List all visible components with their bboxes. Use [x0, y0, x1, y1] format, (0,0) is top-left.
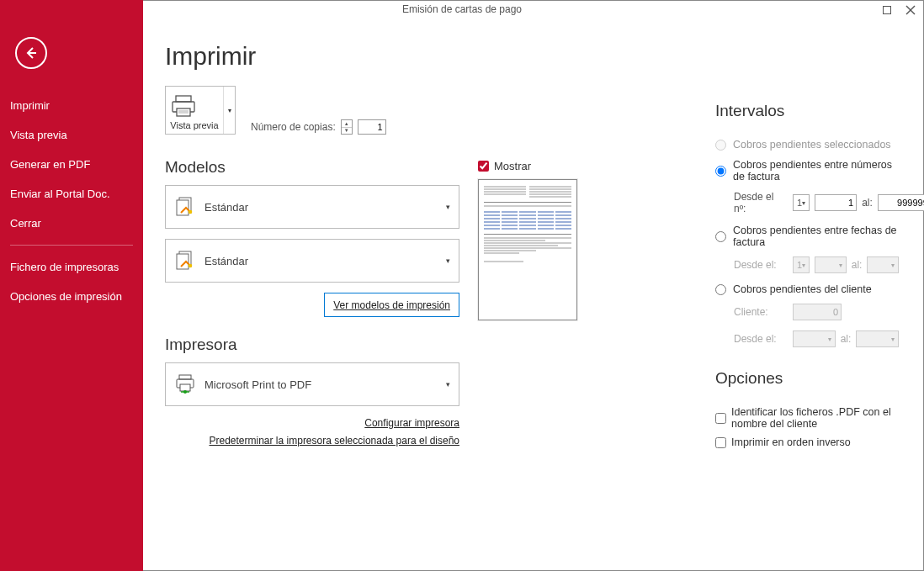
chevron-down-icon: ▾: [228, 107, 231, 114]
back-button[interactable]: [15, 37, 47, 69]
copies-input[interactable]: [358, 119, 386, 135]
num-hasta-input[interactable]: [878, 194, 924, 211]
maximize-icon[interactable]: [880, 3, 894, 17]
radio-fecha-label: Cobros pendientes entre fechas de factur…: [733, 225, 899, 248]
num-desde-label: Desde el nº:: [734, 191, 788, 214]
model-select-2[interactable]: Estándar ▾: [165, 239, 459, 283]
close-icon[interactable]: [904, 3, 917, 17]
modelos-heading: Modelos: [165, 158, 459, 177]
vista-previa-dropdown[interactable]: ▾: [223, 87, 235, 134]
main-panel: Imprimir Vista previa ▾ Número de copia: [143, 22, 924, 571]
radio-cliente-label: Cobros pendientes del cliente: [733, 283, 872, 295]
spinner-down-icon[interactable]: ▼: [342, 128, 352, 135]
chevron-down-icon: ▾: [446, 256, 450, 265]
printer-icon: [174, 373, 196, 395]
cli-desde-label: Desde el:: [734, 333, 788, 345]
chk-orden-inverso[interactable]: [715, 437, 726, 448]
fecha-desde-sel: 1▾: [793, 256, 810, 273]
svg-rect-0: [884, 7, 891, 14]
radio-cobros-cliente[interactable]: [715, 284, 726, 295]
radio-sel-label: Cobros pendientes seleccionados: [733, 139, 891, 151]
vista-previa-label: Vista previa: [169, 120, 220, 130]
chk-identificar-pdf[interactable]: [715, 413, 726, 424]
radio-cobros-numeros[interactable]: [715, 166, 726, 177]
page-preview[interactable]: [478, 179, 577, 320]
document-icon: [174, 250, 196, 272]
fecha-hasta-date: ▾: [867, 256, 899, 273]
ver-modelos-link-box: Ver modelos de impresión: [324, 293, 459, 317]
printer-name: Microsoft Print to PDF: [204, 378, 446, 391]
sidebar-item-generar-pdf[interactable]: Generar en PDF: [0, 150, 143, 179]
chevron-down-icon: ▾: [891, 336, 895, 343]
chevron-down-icon: ▾: [446, 203, 450, 211]
svg-rect-15: [179, 375, 191, 379]
svg-rect-4: [176, 96, 191, 102]
cliente-input: [793, 304, 842, 320]
al-label: al:: [852, 259, 863, 271]
cli-hasta-date: ▾: [856, 330, 899, 347]
predeterminar-impresora-link[interactable]: Predeterminar la impresora seleccionada …: [210, 435, 460, 447]
page-title: Imprimir: [165, 42, 895, 71]
num-desde-input[interactable]: [815, 194, 857, 211]
cli-desde-date: ▾: [793, 330, 836, 347]
model-2-label: Estándar: [204, 255, 446, 267]
svg-rect-17: [180, 384, 190, 391]
vista-previa-split-button: Vista previa ▾: [165, 86, 236, 135]
impresora-heading: Impresora: [165, 336, 459, 354]
sidebar-item-enviar-portal[interactable]: Enviar al Portal Doc.: [0, 179, 143, 209]
chk-pdf-label: Identificar los ficheros .PDF con el nom…: [731, 406, 899, 430]
chevron-down-icon: ▾: [839, 262, 842, 269]
printer-icon: [169, 93, 220, 119]
mostrar-label: Mostrar: [494, 160, 531, 172]
mostrar-checkbox[interactable]: [478, 161, 489, 172]
al-label: al:: [841, 333, 852, 345]
configurar-impresora-link[interactable]: Configurar impresora: [364, 417, 459, 429]
chevron-down-icon: ▾: [891, 262, 895, 269]
radio-num-label: Cobros pendientes entre números de factu…: [733, 159, 899, 182]
svg-point-14: [189, 264, 193, 268]
chevron-down-icon: ▾: [828, 336, 831, 343]
fecha-desde-date: ▾: [815, 256, 847, 273]
model-select-1[interactable]: Estándar ▾: [165, 185, 459, 229]
chevron-down-icon: ▾: [446, 380, 450, 389]
radio-cobros-fechas[interactable]: [715, 231, 726, 242]
copies-spinner[interactable]: ▲ ▼: [341, 119, 353, 135]
document-icon: [174, 196, 196, 218]
opciones-heading: Opciones: [715, 369, 899, 388]
fecha-desde-label: Desde el:: [734, 259, 788, 271]
chk-inverso-label: Imprimir en orden inverso: [731, 436, 851, 448]
sidebar-divider: [10, 245, 133, 246]
printer-select[interactable]: Microsoft Print to PDF ▾: [165, 362, 459, 406]
sidebar-item-opciones-impresion[interactable]: Opciones de impresión: [0, 282, 143, 311]
titlebar: [874, 0, 924, 20]
radio-cobros-seleccionados: [715, 140, 726, 151]
copies-label: Número de copias:: [251, 121, 336, 133]
chevron-down-icon: ▾: [802, 199, 805, 207]
vista-previa-button[interactable]: Vista previa: [166, 87, 223, 134]
cliente-label: Cliente:: [734, 306, 788, 318]
chevron-down-icon: ▾: [802, 262, 805, 269]
intervalos-heading: Intervalos: [715, 102, 899, 120]
sidebar: Imprimir Vista previa Generar en PDF Env…: [0, 0, 143, 571]
num-desde-select[interactable]: 1▾: [793, 194, 810, 211]
ver-modelos-link[interactable]: Ver modelos de impresión: [333, 299, 450, 311]
al-label: al:: [862, 197, 873, 209]
sidebar-item-imprimir[interactable]: Imprimir: [0, 91, 143, 120]
sidebar-item-cerrar[interactable]: Cerrar: [0, 209, 143, 238]
sidebar-item-vista-previa[interactable]: Vista previa: [0, 120, 143, 150]
spinner-up-icon[interactable]: ▲: [342, 120, 352, 128]
sidebar-item-fichero-impresoras[interactable]: Fichero de impresoras: [0, 252, 143, 282]
model-1-label: Estándar: [204, 201, 446, 214]
svg-point-11: [189, 210, 193, 214]
